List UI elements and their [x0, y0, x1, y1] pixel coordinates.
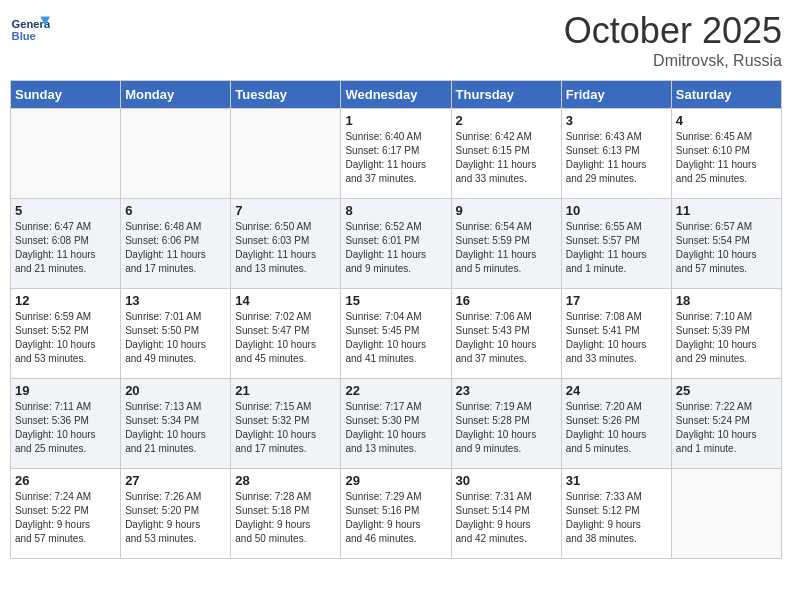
day-info: Sunrise: 6:50 AM Sunset: 6:03 PM Dayligh…: [235, 220, 336, 276]
subtitle: Dmitrovsk, Russia: [564, 52, 782, 70]
day-info: Sunrise: 7:22 AM Sunset: 5:24 PM Dayligh…: [676, 400, 777, 456]
logo-icon: General Blue: [10, 10, 50, 50]
day-info: Sunrise: 7:04 AM Sunset: 5:45 PM Dayligh…: [345, 310, 446, 366]
day-number: 2: [456, 113, 557, 128]
day-number: 12: [15, 293, 116, 308]
calendar-week-5: 26Sunrise: 7:24 AM Sunset: 5:22 PM Dayli…: [11, 469, 782, 559]
day-number: 10: [566, 203, 667, 218]
day-number: 8: [345, 203, 446, 218]
calendar-cell: 26Sunrise: 7:24 AM Sunset: 5:22 PM Dayli…: [11, 469, 121, 559]
weekday-header-wednesday: Wednesday: [341, 81, 451, 109]
calendar-cell: [671, 469, 781, 559]
calendar-cell: 12Sunrise: 6:59 AM Sunset: 5:52 PM Dayli…: [11, 289, 121, 379]
day-number: 25: [676, 383, 777, 398]
day-number: 21: [235, 383, 336, 398]
day-info: Sunrise: 7:31 AM Sunset: 5:14 PM Dayligh…: [456, 490, 557, 546]
day-info: Sunrise: 7:19 AM Sunset: 5:28 PM Dayligh…: [456, 400, 557, 456]
page-header: General Blue October 2025 Dmitrovsk, Rus…: [10, 10, 782, 70]
calendar-cell: 19Sunrise: 7:11 AM Sunset: 5:36 PM Dayli…: [11, 379, 121, 469]
calendar-cell: [121, 109, 231, 199]
title-area: October 2025 Dmitrovsk, Russia: [564, 10, 782, 70]
day-number: 18: [676, 293, 777, 308]
day-info: Sunrise: 6:59 AM Sunset: 5:52 PM Dayligh…: [15, 310, 116, 366]
calendar-cell: 4Sunrise: 6:45 AM Sunset: 6:10 PM Daylig…: [671, 109, 781, 199]
calendar-cell: 16Sunrise: 7:06 AM Sunset: 5:43 PM Dayli…: [451, 289, 561, 379]
day-number: 27: [125, 473, 226, 488]
day-info: Sunrise: 6:52 AM Sunset: 6:01 PM Dayligh…: [345, 220, 446, 276]
day-info: Sunrise: 6:42 AM Sunset: 6:15 PM Dayligh…: [456, 130, 557, 186]
calendar-cell: 20Sunrise: 7:13 AM Sunset: 5:34 PM Dayli…: [121, 379, 231, 469]
calendar-cell: 18Sunrise: 7:10 AM Sunset: 5:39 PM Dayli…: [671, 289, 781, 379]
day-info: Sunrise: 7:06 AM Sunset: 5:43 PM Dayligh…: [456, 310, 557, 366]
calendar-cell: 13Sunrise: 7:01 AM Sunset: 5:50 PM Dayli…: [121, 289, 231, 379]
day-info: Sunrise: 7:02 AM Sunset: 5:47 PM Dayligh…: [235, 310, 336, 366]
day-info: Sunrise: 7:20 AM Sunset: 5:26 PM Dayligh…: [566, 400, 667, 456]
calendar-cell: 15Sunrise: 7:04 AM Sunset: 5:45 PM Dayli…: [341, 289, 451, 379]
day-number: 4: [676, 113, 777, 128]
day-number: 13: [125, 293, 226, 308]
day-number: 20: [125, 383, 226, 398]
weekday-header-monday: Monday: [121, 81, 231, 109]
day-info: Sunrise: 7:01 AM Sunset: 5:50 PM Dayligh…: [125, 310, 226, 366]
day-number: 15: [345, 293, 446, 308]
weekday-header-sunday: Sunday: [11, 81, 121, 109]
calendar-cell: 25Sunrise: 7:22 AM Sunset: 5:24 PM Dayli…: [671, 379, 781, 469]
day-info: Sunrise: 7:17 AM Sunset: 5:30 PM Dayligh…: [345, 400, 446, 456]
calendar-cell: 21Sunrise: 7:15 AM Sunset: 5:32 PM Dayli…: [231, 379, 341, 469]
calendar-cell: 8Sunrise: 6:52 AM Sunset: 6:01 PM Daylig…: [341, 199, 451, 289]
day-number: 16: [456, 293, 557, 308]
day-number: 24: [566, 383, 667, 398]
calendar-week-3: 12Sunrise: 6:59 AM Sunset: 5:52 PM Dayli…: [11, 289, 782, 379]
day-number: 29: [345, 473, 446, 488]
day-info: Sunrise: 6:48 AM Sunset: 6:06 PM Dayligh…: [125, 220, 226, 276]
day-info: Sunrise: 7:28 AM Sunset: 5:18 PM Dayligh…: [235, 490, 336, 546]
day-number: 1: [345, 113, 446, 128]
calendar-cell: 7Sunrise: 6:50 AM Sunset: 6:03 PM Daylig…: [231, 199, 341, 289]
day-number: 22: [345, 383, 446, 398]
day-info: Sunrise: 6:45 AM Sunset: 6:10 PM Dayligh…: [676, 130, 777, 186]
day-info: Sunrise: 7:24 AM Sunset: 5:22 PM Dayligh…: [15, 490, 116, 546]
day-number: 3: [566, 113, 667, 128]
day-info: Sunrise: 7:26 AM Sunset: 5:20 PM Dayligh…: [125, 490, 226, 546]
calendar-cell: [11, 109, 121, 199]
month-title: October 2025: [564, 10, 782, 52]
weekday-header-tuesday: Tuesday: [231, 81, 341, 109]
day-info: Sunrise: 6:55 AM Sunset: 5:57 PM Dayligh…: [566, 220, 667, 276]
day-number: 19: [15, 383, 116, 398]
calendar-cell: 2Sunrise: 6:42 AM Sunset: 6:15 PM Daylig…: [451, 109, 561, 199]
day-info: Sunrise: 7:29 AM Sunset: 5:16 PM Dayligh…: [345, 490, 446, 546]
day-number: 26: [15, 473, 116, 488]
day-number: 23: [456, 383, 557, 398]
calendar-cell: 10Sunrise: 6:55 AM Sunset: 5:57 PM Dayli…: [561, 199, 671, 289]
calendar-table: SundayMondayTuesdayWednesdayThursdayFrid…: [10, 80, 782, 559]
day-number: 14: [235, 293, 336, 308]
day-info: Sunrise: 7:33 AM Sunset: 5:12 PM Dayligh…: [566, 490, 667, 546]
day-number: 11: [676, 203, 777, 218]
calendar-cell: [231, 109, 341, 199]
calendar-cell: 27Sunrise: 7:26 AM Sunset: 5:20 PM Dayli…: [121, 469, 231, 559]
weekday-header-saturday: Saturday: [671, 81, 781, 109]
day-info: Sunrise: 6:47 AM Sunset: 6:08 PM Dayligh…: [15, 220, 116, 276]
calendar-cell: 31Sunrise: 7:33 AM Sunset: 5:12 PM Dayli…: [561, 469, 671, 559]
logo-area: General Blue: [10, 10, 54, 50]
calendar-cell: 5Sunrise: 6:47 AM Sunset: 6:08 PM Daylig…: [11, 199, 121, 289]
calendar-cell: 17Sunrise: 7:08 AM Sunset: 5:41 PM Dayli…: [561, 289, 671, 379]
calendar-cell: 28Sunrise: 7:28 AM Sunset: 5:18 PM Dayli…: [231, 469, 341, 559]
calendar-week-2: 5Sunrise: 6:47 AM Sunset: 6:08 PM Daylig…: [11, 199, 782, 289]
day-number: 7: [235, 203, 336, 218]
calendar-cell: 14Sunrise: 7:02 AM Sunset: 5:47 PM Dayli…: [231, 289, 341, 379]
calendar-cell: 23Sunrise: 7:19 AM Sunset: 5:28 PM Dayli…: [451, 379, 561, 469]
day-number: 31: [566, 473, 667, 488]
day-info: Sunrise: 7:13 AM Sunset: 5:34 PM Dayligh…: [125, 400, 226, 456]
day-number: 28: [235, 473, 336, 488]
calendar-cell: 9Sunrise: 6:54 AM Sunset: 5:59 PM Daylig…: [451, 199, 561, 289]
calendar-cell: 24Sunrise: 7:20 AM Sunset: 5:26 PM Dayli…: [561, 379, 671, 469]
calendar-week-4: 19Sunrise: 7:11 AM Sunset: 5:36 PM Dayli…: [11, 379, 782, 469]
calendar-cell: 11Sunrise: 6:57 AM Sunset: 5:54 PM Dayli…: [671, 199, 781, 289]
day-number: 30: [456, 473, 557, 488]
calendar-cell: 3Sunrise: 6:43 AM Sunset: 6:13 PM Daylig…: [561, 109, 671, 199]
svg-text:Blue: Blue: [12, 30, 36, 42]
day-info: Sunrise: 6:57 AM Sunset: 5:54 PM Dayligh…: [676, 220, 777, 276]
weekday-header-friday: Friday: [561, 81, 671, 109]
day-info: Sunrise: 6:54 AM Sunset: 5:59 PM Dayligh…: [456, 220, 557, 276]
